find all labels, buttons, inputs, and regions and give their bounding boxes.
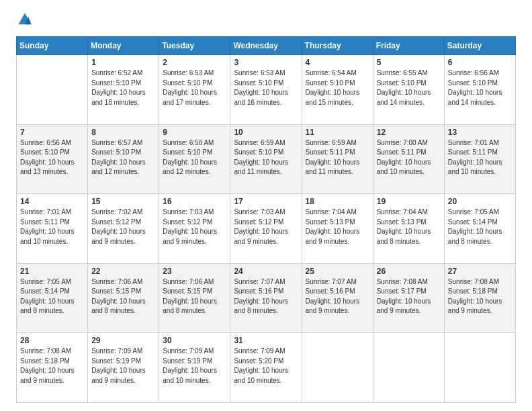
day-number: 3 xyxy=(234,58,298,67)
day-number: 18 xyxy=(306,197,369,206)
day-info: Sunrise: 7:06 AMSunset: 5:15 PMDaylight:… xyxy=(163,277,226,316)
calendar-cell: 10Sunrise: 6:59 AMSunset: 5:10 PMDayligh… xyxy=(230,124,302,194)
calendar-cell: 4Sunrise: 6:54 AMSunset: 5:10 PMDaylight… xyxy=(302,55,373,125)
calendar-cell xyxy=(444,333,515,403)
day-number: 11 xyxy=(306,128,369,137)
calendar-cell: 5Sunrise: 6:55 AMSunset: 5:10 PMDaylight… xyxy=(373,55,444,125)
page: SundayMondayTuesdayWednesdayThursdayFrid… xyxy=(0,0,532,411)
day-info: Sunrise: 7:01 AMSunset: 5:11 PMDaylight:… xyxy=(448,138,512,177)
calendar-cell: 18Sunrise: 7:04 AMSunset: 5:13 PMDayligh… xyxy=(302,194,373,264)
day-info: Sunrise: 6:54 AMSunset: 5:10 PMDaylight:… xyxy=(306,68,369,107)
calendar-cell: 23Sunrise: 7:06 AMSunset: 5:15 PMDayligh… xyxy=(159,263,230,333)
calendar-cell: 25Sunrise: 7:07 AMSunset: 5:16 PMDayligh… xyxy=(302,263,373,333)
day-info: Sunrise: 7:05 AMSunset: 5:14 PMDaylight:… xyxy=(20,277,84,316)
calendar-day-header: Friday xyxy=(373,37,444,55)
calendar-cell: 17Sunrise: 7:03 AMSunset: 5:12 PMDayligh… xyxy=(230,194,302,264)
calendar-cell: 21Sunrise: 7:05 AMSunset: 5:14 PMDayligh… xyxy=(17,263,88,333)
day-info: Sunrise: 7:08 AMSunset: 5:17 PMDaylight:… xyxy=(377,277,441,316)
day-number: 31 xyxy=(234,336,298,345)
calendar-week-row: 14Sunrise: 7:01 AMSunset: 5:11 PMDayligh… xyxy=(17,194,516,264)
day-info: Sunrise: 7:04 AMSunset: 5:13 PMDaylight:… xyxy=(306,208,369,246)
calendar-week-row: 1Sunrise: 6:52 AMSunset: 5:10 PMDaylight… xyxy=(17,55,516,125)
day-info: Sunrise: 7:07 AMSunset: 5:16 PMDaylight:… xyxy=(306,277,369,316)
day-number: 29 xyxy=(91,336,155,345)
calendar-day-header: Sunday xyxy=(17,37,88,55)
calendar-cell: 29Sunrise: 7:09 AMSunset: 5:19 PMDayligh… xyxy=(88,333,159,403)
day-info: Sunrise: 7:03 AMSunset: 5:12 PMDaylight:… xyxy=(163,208,226,246)
calendar-week-row: 28Sunrise: 7:08 AMSunset: 5:18 PMDayligh… xyxy=(17,333,516,403)
day-number: 17 xyxy=(234,197,298,206)
calendar-cell: 1Sunrise: 6:52 AMSunset: 5:10 PMDaylight… xyxy=(88,55,159,125)
day-number: 20 xyxy=(448,197,512,206)
day-number: 5 xyxy=(377,58,441,67)
calendar-cell: 14Sunrise: 7:01 AMSunset: 5:11 PMDayligh… xyxy=(17,194,88,264)
calendar-cell xyxy=(302,333,373,403)
day-info: Sunrise: 6:56 AMSunset: 5:10 PMDaylight:… xyxy=(448,68,512,107)
logo-icon xyxy=(17,12,32,27)
calendar-day-header: Thursday xyxy=(302,37,373,55)
logo xyxy=(16,12,32,30)
calendar-table: SundayMondayTuesdayWednesdayThursdayFrid… xyxy=(16,36,516,403)
day-info: Sunrise: 7:03 AMSunset: 5:12 PMDaylight:… xyxy=(234,208,298,246)
day-info: Sunrise: 6:59 AMSunset: 5:11 PMDaylight:… xyxy=(306,138,369,177)
calendar-cell: 28Sunrise: 7:08 AMSunset: 5:18 PMDayligh… xyxy=(17,333,88,403)
day-info: Sunrise: 7:09 AMSunset: 5:19 PMDaylight:… xyxy=(163,347,226,385)
calendar-cell: 8Sunrise: 6:57 AMSunset: 5:10 PMDaylight… xyxy=(88,124,159,194)
day-number: 12 xyxy=(377,128,441,137)
day-info: Sunrise: 7:02 AMSunset: 5:12 PMDaylight:… xyxy=(91,208,155,246)
day-number: 19 xyxy=(377,197,441,206)
day-number: 2 xyxy=(163,58,226,67)
calendar-day-header: Monday xyxy=(88,37,159,55)
calendar-cell: 16Sunrise: 7:03 AMSunset: 5:12 PMDayligh… xyxy=(159,194,230,264)
calendar-cell: 3Sunrise: 6:53 AMSunset: 5:10 PMDaylight… xyxy=(230,55,302,125)
calendar-cell xyxy=(17,55,88,125)
calendar-day-header: Wednesday xyxy=(230,37,302,55)
day-number: 7 xyxy=(20,128,84,137)
day-number: 26 xyxy=(377,267,441,276)
calendar-cell: 13Sunrise: 7:01 AMSunset: 5:11 PMDayligh… xyxy=(444,124,515,194)
calendar-cell: 9Sunrise: 6:58 AMSunset: 5:10 PMDaylight… xyxy=(159,124,230,194)
calendar-week-row: 7Sunrise: 6:56 AMSunset: 5:10 PMDaylight… xyxy=(17,124,516,194)
calendar-cell xyxy=(373,333,444,403)
calendar-cell: 27Sunrise: 7:08 AMSunset: 5:18 PMDayligh… xyxy=(444,263,515,333)
day-info: Sunrise: 7:01 AMSunset: 5:11 PMDaylight:… xyxy=(20,208,84,246)
day-number: 15 xyxy=(91,197,155,206)
day-number: 16 xyxy=(163,197,226,206)
day-info: Sunrise: 6:59 AMSunset: 5:10 PMDaylight:… xyxy=(234,138,298,177)
day-info: Sunrise: 6:58 AMSunset: 5:10 PMDaylight:… xyxy=(163,138,226,177)
calendar-cell: 2Sunrise: 6:53 AMSunset: 5:10 PMDaylight… xyxy=(159,55,230,125)
day-number: 1 xyxy=(91,58,155,67)
calendar-day-header: Saturday xyxy=(444,37,515,55)
day-info: Sunrise: 7:07 AMSunset: 5:16 PMDaylight:… xyxy=(234,277,298,316)
day-number: 4 xyxy=(306,58,369,67)
day-number: 25 xyxy=(306,267,369,276)
day-number: 24 xyxy=(234,267,298,276)
day-number: 23 xyxy=(163,267,226,276)
day-info: Sunrise: 6:52 AMSunset: 5:10 PMDaylight:… xyxy=(91,68,155,107)
day-number: 21 xyxy=(20,267,84,276)
day-number: 6 xyxy=(448,58,512,67)
day-info: Sunrise: 7:04 AMSunset: 5:13 PMDaylight:… xyxy=(377,208,441,246)
day-info: Sunrise: 7:09 AMSunset: 5:20 PMDaylight:… xyxy=(234,347,298,385)
day-number: 27 xyxy=(448,267,512,276)
calendar-cell: 7Sunrise: 6:56 AMSunset: 5:10 PMDaylight… xyxy=(17,124,88,194)
calendar-cell: 15Sunrise: 7:02 AMSunset: 5:12 PMDayligh… xyxy=(88,194,159,264)
header xyxy=(16,12,516,30)
day-info: Sunrise: 6:56 AMSunset: 5:10 PMDaylight:… xyxy=(20,138,84,177)
day-number: 9 xyxy=(163,128,226,137)
day-info: Sunrise: 6:53 AMSunset: 5:10 PMDaylight:… xyxy=(163,68,226,107)
day-info: Sunrise: 6:57 AMSunset: 5:10 PMDaylight:… xyxy=(91,138,155,177)
calendar-cell: 19Sunrise: 7:04 AMSunset: 5:13 PMDayligh… xyxy=(373,194,444,264)
day-number: 30 xyxy=(163,336,226,345)
calendar-cell: 24Sunrise: 7:07 AMSunset: 5:16 PMDayligh… xyxy=(230,263,302,333)
day-info: Sunrise: 7:05 AMSunset: 5:14 PMDaylight:… xyxy=(448,208,512,246)
day-info: Sunrise: 6:55 AMSunset: 5:10 PMDaylight:… xyxy=(377,68,441,107)
day-number: 14 xyxy=(20,197,84,206)
calendar-cell: 26Sunrise: 7:08 AMSunset: 5:17 PMDayligh… xyxy=(373,263,444,333)
day-number: 28 xyxy=(20,336,84,345)
calendar-cell: 11Sunrise: 6:59 AMSunset: 5:11 PMDayligh… xyxy=(302,124,373,194)
day-info: Sunrise: 7:09 AMSunset: 5:19 PMDaylight:… xyxy=(91,347,155,385)
day-info: Sunrise: 6:53 AMSunset: 5:10 PMDaylight:… xyxy=(234,68,298,107)
calendar-header-row: SundayMondayTuesdayWednesdayThursdayFrid… xyxy=(17,37,516,55)
calendar-week-row: 21Sunrise: 7:05 AMSunset: 5:14 PMDayligh… xyxy=(17,263,516,333)
